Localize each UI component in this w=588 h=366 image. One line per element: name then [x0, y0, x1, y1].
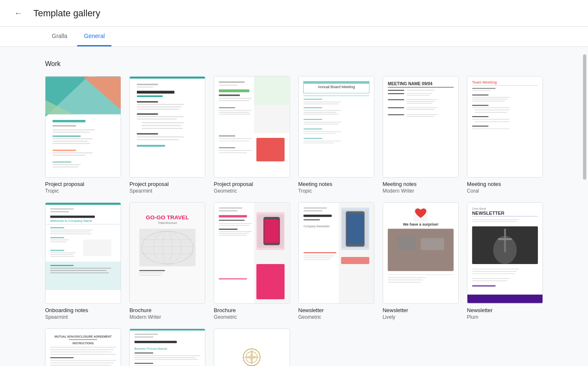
template-thumbnail-brochure-modern: GO-GO TRAVEL Tribal Brochure	[129, 202, 205, 304]
svg-rect-57	[219, 138, 252, 139]
svg-rect-167	[219, 231, 252, 232]
svg-rect-104	[472, 85, 538, 86]
svg-rect-68	[303, 102, 341, 102]
svg-rect-126	[45, 224, 121, 224]
svg-rect-111	[472, 105, 488, 106]
template-item-brochure-modern[interactable]: GO-GO TRAVEL Tribal Brochure BrochureMod…	[129, 202, 205, 320]
svg-rect-143	[50, 272, 109, 273]
svg-rect-107	[472, 94, 488, 95]
template-thumbnail-brochure-geometric	[214, 202, 290, 304]
template-subtitle-onboarding-spearmint: Spearmint	[45, 314, 121, 320]
template-name-onboarding-spearmint: Onboarding notes	[45, 307, 121, 313]
template-item-newsletter-lively[interactable]: We have a surprise! NewsletterLively	[383, 202, 459, 320]
svg-rect-196	[388, 229, 454, 271]
svg-rect-44	[254, 77, 289, 105]
svg-rect-6	[53, 120, 86, 122]
template-thumbnail-newsletter-lively: We have a surprise!	[383, 202, 459, 304]
svg-rect-202	[388, 282, 421, 283]
scrollbar[interactable]	[583, 54, 586, 180]
svg-rect-190	[303, 259, 329, 260]
svg-rect-124	[50, 216, 95, 218]
template-item-onboarding-spearmint[interactable]: Welcome to Company Name Onboarding notes…	[45, 202, 121, 320]
template-item-meeting-notes-modern[interactable]: MEETING NAME 09/04 Meeting notesModern W…	[383, 76, 459, 194]
svg-rect-156	[139, 272, 163, 273]
svg-rect-30	[137, 113, 158, 114]
svg-rect-213	[498, 238, 512, 240]
template-item-meeting-notes-coral[interactable]: Team Meeting Meeting notesCoral	[467, 76, 543, 194]
svg-rect-88	[388, 93, 404, 94]
svg-rect-54	[219, 114, 251, 114]
svg-text:MUTUAL NON-DISCLOSURE AGREEMEN: MUTUAL NON-DISCLOSURE AGREEMENT	[55, 335, 112, 338]
svg-rect-229	[50, 360, 116, 361]
svg-rect-81	[303, 141, 341, 142]
template-item-proj-prop-geometric[interactable]: Project proposalGeometric	[214, 76, 290, 194]
svg-rect-241	[130, 329, 205, 330]
template-thumbnail-proj-prop-geometric	[214, 76, 290, 178]
tab-gralla[interactable]: Gralla	[45, 26, 74, 46]
svg-rect-87	[406, 90, 435, 91]
template-item-meeting-notes-tropic[interactable]: Annual Board Meeting Meeting notesTropic	[298, 76, 374, 194]
svg-text:INSTRUCTIONS: INSTRUCTIONS	[73, 341, 94, 344]
svg-rect-29	[137, 109, 179, 109]
svg-rect-113	[474, 109, 510, 110]
svg-rect-92	[406, 99, 437, 100]
template-subtitle-brochure-modern: Modern Writer	[129, 314, 205, 320]
back-button[interactable]: ←	[10, 5, 27, 22]
svg-rect-169	[219, 235, 247, 236]
template-thumbnail-business-process: Business Process Manual	[129, 328, 205, 366]
svg-rect-95	[388, 107, 404, 108]
svg-rect-16	[53, 155, 86, 155]
svg-rect-140	[50, 265, 73, 266]
svg-rect-231	[50, 365, 111, 366]
svg-rect-80	[303, 138, 322, 139]
svg-rect-230	[50, 362, 114, 363]
svg-rect-163	[219, 220, 245, 221]
svg-rect-10	[53, 135, 81, 137]
template-thumbnail-newsletter-plum: One Beat NEWSLETTER	[467, 202, 543, 304]
template-item-proj-prop-spearmint[interactable]: Project proposalSpearmint	[129, 76, 205, 194]
svg-rect-38	[137, 137, 184, 137]
svg-rect-35	[141, 128, 183, 129]
svg-rect-228	[50, 357, 73, 358]
svg-rect-188	[303, 256, 334, 257]
template-item-newsletter-geometric[interactable]: Company Newsletter NewsletterGeometric	[298, 202, 374, 320]
svg-rect-94	[406, 103, 432, 104]
template-thumbnail-onboarding-spearmint: Welcome to Company Name	[45, 202, 121, 304]
svg-rect-130	[50, 234, 91, 234]
svg-rect-74	[303, 119, 322, 120]
template-thumbnail-meeting-notes-tropic: Annual Board Meeting	[298, 76, 374, 178]
svg-rect-173	[265, 219, 279, 243]
svg-rect-212	[504, 229, 506, 252]
svg-rect-121	[45, 203, 121, 205]
template-subtitle-proj-prop-spearmint: Spearmint	[129, 188, 205, 194]
template-name-proj-prop-spearmint: Project proposal	[129, 181, 205, 187]
svg-rect-227	[50, 354, 116, 355]
svg-rect-166	[219, 229, 238, 229]
svg-rect-118	[472, 126, 488, 127]
template-name-brochure-modern: Brochure	[129, 307, 205, 313]
svg-rect-77	[303, 128, 322, 129]
template-item-newsletter-plum[interactable]: One Beat NEWSLETTER NewsletterPlum	[467, 202, 543, 320]
svg-rect-152	[141, 247, 193, 247]
template-item-proj-prop-tropic[interactable]: Project proposalTropic	[45, 76, 121, 194]
svg-rect-28	[137, 106, 182, 107]
template-item-consulting[interactable]: Consulting Agreement Template Consulting…	[214, 328, 290, 366]
svg-rect-97	[406, 109, 435, 110]
svg-rect-78	[303, 131, 341, 132]
template-item-nda[interactable]: MUTUAL NON-DISCLOSURE AGREEMENT INSTRUCT…	[45, 328, 121, 366]
header: ← Template gallery	[0, 0, 588, 27]
template-item-business-process[interactable]: Business Process Manual Business process…	[129, 328, 205, 366]
tabs-row: Gralla General	[0, 27, 588, 47]
svg-rect-22	[137, 84, 158, 85]
svg-rect-224	[50, 347, 116, 348]
svg-rect-191	[341, 257, 369, 264]
svg-rect-216	[472, 273, 514, 274]
template-item-brochure-geometric[interactable]: BrochureGeometric	[214, 202, 290, 320]
template-subtitle-brochure-geometric: Geometric	[214, 314, 290, 320]
template-thumbnail-proj-prop-tropic	[45, 76, 121, 178]
svg-rect-217	[472, 278, 510, 279]
svg-rect-243	[134, 336, 153, 337]
svg-rect-148	[139, 229, 196, 266]
svg-rect-138	[50, 256, 75, 257]
tab-general[interactable]: General	[77, 26, 111, 46]
